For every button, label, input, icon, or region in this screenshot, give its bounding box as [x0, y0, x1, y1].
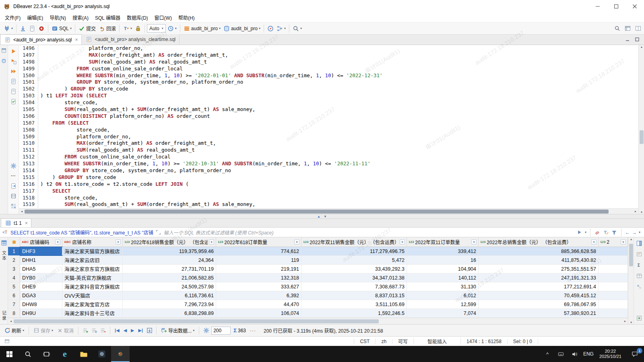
column-header-1[interactable]: ABC店铺编码▾ — [20, 237, 62, 247]
column-filter-button[interactable]: ▾ — [209, 239, 214, 245]
column-header-3[interactable]: 1232022年618销售金额（元） （包含运费）▾ — [123, 237, 216, 247]
maximize-editor-icon[interactable] — [634, 36, 641, 43]
grid-cell[interactable]: 119,375,959.46 — [123, 247, 216, 255]
connection-dropdown[interactable]: audit_bi_pro ▾ — [182, 25, 222, 33]
status-selection[interactable]: Sel: 0 | 0 — [508, 339, 538, 344]
code-line[interactable]: FROM custom_online_sale_order_local — [40, 154, 638, 160]
chevron-down-icon[interactable]: ▾ — [585, 230, 586, 234]
code-line[interactable]: platform_order_no, — [40, 45, 638, 52]
editor-results-sash[interactable]: ▲ ▼ — [0, 214, 644, 219]
menu-file[interactable]: 文件(F) — [2, 13, 24, 22]
templates-button[interactable] — [10, 202, 17, 210]
grid-cell[interactable]: 24,364 — [123, 256, 216, 264]
scroll-down-icon[interactable]: ▾ — [639, 210, 644, 214]
code-line[interactable]: FROM custom_online_sale_order_local — [40, 66, 638, 72]
more-options-button[interactable]: ··· — [249, 327, 257, 334]
input-language-button[interactable]: ENG — [582, 346, 595, 362]
grid-cell[interactable]: 177,212,691.4 — [479, 282, 599, 291]
grid-cell[interactable]: 411,875,430.82 — [479, 256, 599, 264]
menu-window[interactable]: 窗口(W) — [151, 13, 175, 22]
grid-cell[interactable]: 34,347,012.38 — [301, 274, 407, 282]
grid-cell[interactable]: DHA5 — [20, 265, 62, 273]
row-number-header[interactable] — [8, 237, 20, 247]
close-button[interactable] — [625, 0, 644, 13]
code-line[interactable]: SUM(real_goods_amt_t) + SUM(order_freigh… — [40, 106, 638, 113]
grid-cell[interactable]: 70,459,415.12 — [479, 291, 599, 300]
script-log-button[interactable] — [10, 88, 17, 95]
editor-horizontal-scrollbar[interactable]: ◂ ▸ — [19, 208, 638, 214]
search-metadata-button[interactable]: ▾ — [291, 25, 303, 33]
edit-filter-button[interactable] — [603, 230, 609, 235]
code-line[interactable]: MAX(order_freight_amt) AS order_freight_… — [40, 140, 638, 147]
restore-panel-icon[interactable] — [0, 47, 8, 54]
refresh-button[interactable]: 刷新 ▾ — [3, 326, 25, 335]
ie-taskbar-icon[interactable]: e — [56, 346, 74, 362]
filter-history-back-button[interactable]: ← — [625, 230, 630, 235]
row-number[interactable]: 2 — [8, 256, 20, 264]
grid-cell[interactable]: 219,191 — [216, 265, 301, 273]
app-taskbar-icon[interactable] — [93, 346, 111, 362]
code-line[interactable]: MAX(order_freight_amt) AS order_freight_… — [40, 52, 638, 59]
column-filter-button[interactable]: ▾ — [471, 239, 477, 245]
column-filter-button[interactable]: ▾ — [55, 239, 60, 245]
editor-vertical-scrollbar[interactable]: ▴ ▾ — [638, 45, 644, 214]
first-row-button[interactable]: |◀ — [114, 328, 121, 333]
transaction-log-button[interactable]: T ▾ — [122, 25, 133, 33]
grouping-panel-icon[interactable] — [636, 283, 643, 290]
cancel-button[interactable]: 取消 — [56, 326, 75, 335]
scrollbar-thumb[interactable] — [25, 210, 609, 214]
status-timezone[interactable]: CST — [354, 339, 376, 344]
column-header-8[interactable]: 1232▾ — [599, 237, 628, 247]
column-header-5[interactable]: 1232022年双11销售金额（元） （包含运费）▾ — [301, 237, 407, 247]
code-line[interactable]: platform_order_no, — [40, 134, 638, 140]
grid-vertical-scrollbar[interactable]: ▴ ▾ — [628, 237, 634, 324]
editor-tab-1[interactable]: <audit_bi_pro> analysis.sql× — [0, 34, 82, 45]
editor-tab-2[interactable]: <audit_bi_pro> analysis_cleartime.sql — [82, 34, 180, 45]
grid-cell[interactable]: 6,392 — [216, 291, 301, 300]
panels-toggle-icon[interactable] — [636, 240, 643, 247]
column-header-4[interactable]: 1232022年618订单数量▾ — [216, 237, 301, 247]
grid-cell[interactable]: DHE9 — [20, 282, 62, 291]
code-line[interactable]: ) GROUP BY store_code — [40, 86, 638, 93]
grid-cell[interactable]: DHF3 — [20, 247, 62, 255]
fetch-size-input[interactable] — [211, 327, 231, 335]
grid-cell[interactable]: 31,130 — [407, 282, 479, 291]
new-connection-button[interactable]: ▾ — [2, 25, 14, 33]
grid-cell[interactable]: 24,509,257.98 — [123, 282, 216, 291]
schema-dropdown[interactable]: audit_bi_pro ▾ — [222, 25, 262, 33]
grid-cell[interactable]: 106,074 — [216, 309, 301, 317]
open-script-button[interactable] — [28, 25, 37, 33]
grid-cell[interactable]: 8,837,013.15 — [301, 291, 407, 300]
grid-cell[interactable]: 海澜之家抖音官方旗舰店 — [62, 282, 123, 291]
column-filter-button[interactable]: ▾ — [116, 239, 121, 245]
taskbar-clock[interactable]: 20:22 2025/10/21 — [595, 346, 625, 362]
grid-cell[interactable]: 海澜之家云店旧 — [62, 256, 123, 264]
grid-cell[interactable]: 16 — [407, 256, 479, 264]
grid-cell[interactable] — [599, 282, 628, 291]
code-line[interactable]: COUNT(DISTINCT platform_order_no) AS ord… — [40, 113, 638, 120]
grid-cell[interactable]: 69,786,067.95 — [479, 300, 599, 309]
column-filter-button[interactable]: ▾ — [591, 239, 597, 245]
filter-history-forward-button[interactable]: → — [632, 230, 637, 235]
grid-cell[interactable]: 海澜之家淘宝官方店 — [62, 300, 123, 309]
save-file-button[interactable] — [10, 192, 17, 200]
execution-plan-button[interactable]: ▾ — [275, 25, 287, 33]
code-line[interactable]: store_code, — [40, 195, 638, 202]
grid-cell[interactable]: DYB0 — [20, 274, 62, 282]
dbeaver-taskbar-icon[interactable] — [111, 346, 130, 362]
transaction-history-button[interactable]: ▾ — [166, 25, 178, 33]
code-line[interactable]: ) t1 LEFT JOIN (SELECT — [40, 93, 638, 99]
transaction-mode-dropdown[interactable]: Auto ▾ — [147, 24, 166, 33]
row-number[interactable]: 1 — [8, 247, 20, 255]
delete-row-button[interactable] — [99, 327, 107, 334]
commit-button[interactable]: 提交 — [77, 24, 97, 33]
grid-cell[interactable]: 117,279,496.75 — [301, 247, 407, 255]
more-actions-button[interactable]: ··· — [10, 172, 17, 179]
expand-filter-icon[interactable] — [155, 230, 162, 235]
grid-cell[interactable]: DGA3 — [20, 291, 62, 300]
start-button[interactable] — [0, 346, 19, 362]
grid-cell[interactable]: DHW8 — [20, 300, 62, 309]
grid-cell[interactable]: 12,599 — [407, 300, 479, 309]
grid-cell[interactable]: 7,296,723.94 — [123, 300, 216, 309]
code-line[interactable]: SUM(real_goods_amt_t) + SUM(order_freigh… — [40, 201, 638, 208]
